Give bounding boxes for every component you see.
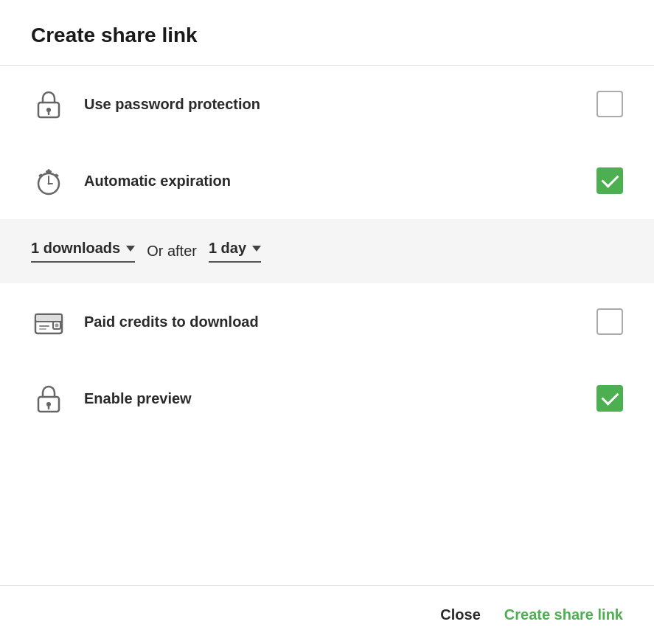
timer-icon	[31, 163, 66, 198]
dialog-title: Create share link	[31, 24, 623, 47]
password-protection-label: Use password protection	[84, 96, 596, 113]
downloads-dropdown[interactable]: 1 downloads	[31, 240, 135, 263]
enable-preview-label: Enable preview	[84, 390, 596, 407]
password-protection-row: Use password protection	[0, 66, 654, 142]
create-share-link-dialog: Create share link Use password protectio…	[0, 0, 654, 644]
svg-rect-5	[48, 169, 50, 172]
dialog-footer: Close Create share link	[0, 585, 654, 644]
lock-preview-icon	[31, 381, 66, 416]
automatic-expiration-label: Automatic expiration	[84, 173, 596, 190]
wallet-icon	[31, 304, 66, 339]
expiration-section: 1 downloads Or after 1 day	[0, 219, 654, 283]
paid-credits-checkbox[interactable]	[596, 308, 623, 335]
downloads-dropdown-arrow	[126, 246, 135, 252]
close-button[interactable]: Close	[440, 606, 480, 623]
enable-preview-checkbox[interactable]	[596, 385, 623, 412]
dialog-header: Create share link	[0, 0, 654, 66]
dialog-body: Use password protection	[0, 66, 654, 585]
automatic-expiration-checkbox[interactable]	[596, 167, 623, 194]
svg-point-14	[55, 324, 59, 328]
enable-preview-row: Enable preview	[0, 360, 654, 437]
paid-credits-row: Paid credits to download	[0, 283, 654, 360]
automatic-expiration-row: Automatic expiration	[0, 142, 654, 219]
svg-rect-12	[35, 314, 62, 322]
password-protection-checkbox[interactable]	[596, 91, 623, 117]
paid-credits-label: Paid credits to download	[84, 314, 596, 330]
time-dropdown[interactable]: 1 day	[209, 240, 261, 263]
or-after-text: Or after	[147, 243, 197, 260]
svg-point-10	[48, 183, 50, 185]
downloads-label: 1 downloads	[31, 240, 120, 257]
create-share-link-button[interactable]: Create share link	[504, 606, 623, 623]
lock-icon	[31, 86, 66, 122]
time-label: 1 day	[209, 240, 246, 257]
time-dropdown-arrow	[252, 246, 261, 252]
